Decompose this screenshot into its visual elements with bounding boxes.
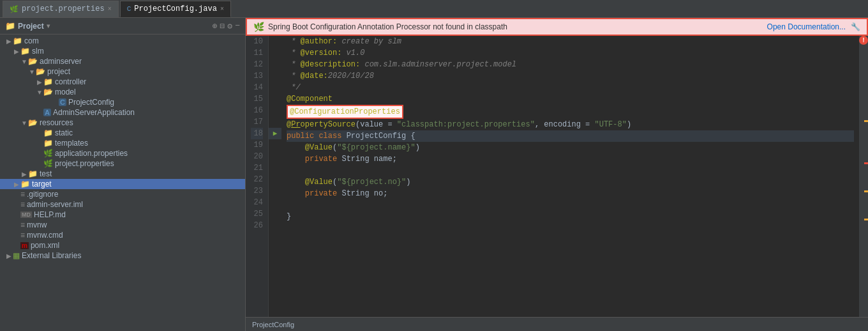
code-line-16: @ConfigurationProperties — [287, 105, 854, 119]
label-iml: admin-server.iml — [27, 200, 83, 209]
editor-area: 🌿 Spring Boot Configuration Annotation P… — [246, 18, 868, 331]
label-adminserver: adminserver — [40, 57, 82, 66]
tab-bar: 🌿 project.properties × C ProjectConfig.j… — [0, 0, 868, 18]
tree-item-slm[interactable]: ▶ 📁 slm — [0, 46, 245, 56]
code-line-15: @Component — [287, 93, 854, 105]
project-tree[interactable]: ▶ 📁 com ▶ 📁 slm ▼ 📂 adminserver ▼ 📂 pro — [0, 35, 245, 331]
tree-item-controller[interactable]: ▶ 📁 controller — [0, 77, 245, 87]
label-controller: controller — [55, 77, 86, 86]
sidebar-title: 📁 Project ▾ — [5, 21, 50, 31]
tree-item-pom[interactable]: m pom.xml — [0, 240, 245, 250]
folder-icon: 📁 — [43, 77, 53, 86]
tree-item-adminserver[interactable]: ▼ 📂 adminserver — [0, 56, 245, 66]
tab-java[interactable]: C ProjectConfig.java × — [120, 1, 231, 17]
iml-icon: ≡ — [20, 200, 25, 209]
tree-item-projectconfig[interactable]: C ProjectConfig — [0, 97, 245, 107]
code-line-10: * @author: create by slm — [287, 36, 854, 47]
tab-properties-close[interactable]: × — [108, 6, 112, 13]
error-indicator: ! — [859, 36, 868, 45]
mvn-icon: ≡ — [20, 220, 25, 229]
warning-right[interactable]: Open Documentation... 🔧 — [767, 22, 860, 31]
folder-icon: 📁 — [28, 169, 38, 178]
tree-item-application-properties[interactable]: 🌿 application.properties — [0, 148, 245, 158]
tree-item-target[interactable]: ▶ 📁 target — [0, 179, 245, 189]
tree-item-gitignore[interactable]: ≡ .gitignore — [0, 189, 245, 199]
tree-item-project-properties[interactable]: 🌿 project.properties — [0, 158, 245, 169]
tree-item-mvnw[interactable]: ≡ mvnw — [0, 220, 245, 230]
code-line-22: @Value("${project.no}") — [287, 176, 854, 188]
code-editor[interactable]: 10 11 12 13 14 15 16 17 18 19 20 21 22 2… — [246, 36, 868, 317]
label-slm: slm — [32, 47, 44, 56]
code-line-17: @PropertySource(value = "classpath:proje… — [287, 119, 854, 130]
warning-mark-2 — [864, 190, 868, 192]
folder-icon: 📂 — [43, 88, 53, 96]
label-help: HELP.md — [34, 210, 66, 219]
tree-item-static[interactable]: 📁 static — [0, 128, 245, 138]
sidebar-header: 📁 Project ▾ ⊕ ⊟ ⚙ − — [0, 18, 245, 35]
warning-icon: 🌿 — [253, 22, 264, 32]
java-a-icon: A — [43, 109, 51, 116]
java-icon: C — [127, 5, 131, 13]
tree-item-templates[interactable]: 📁 templates — [0, 138, 245, 148]
tree-item-external-libraries[interactable]: ▶ ▦ External Libraries — [0, 250, 245, 261]
warning-left: 🌿 Spring Boot Configuration Annotation P… — [253, 22, 507, 32]
warning-mark-3 — [864, 219, 868, 220]
scroll-gutter: ! — [859, 36, 868, 317]
run-gutter-icon[interactable]: ▶ — [269, 128, 281, 139]
label-pom: pom.xml — [31, 241, 59, 250]
tab-properties-label: project.properties — [22, 4, 105, 13]
code-line-25: } — [287, 211, 854, 222]
properties-icon: 🌿 — [10, 5, 19, 13]
label-com: com — [24, 36, 39, 45]
status-bar: ProjectConfig — [246, 317, 868, 331]
label-gitignore: .gitignore — [27, 190, 58, 199]
code-line-11: * @version: v1.0 — [287, 47, 854, 59]
code-line-20: private String name; — [287, 153, 854, 165]
tree-item-adminserverapplication[interactable]: A AdminServerApplication — [0, 107, 245, 118]
collapse-icon[interactable]: ⊟ — [220, 21, 225, 31]
dropdown-icon[interactable]: ▾ — [47, 22, 50, 29]
code-line-21 — [287, 165, 854, 176]
pom-icon: m — [20, 242, 29, 249]
folder-icon: 📂 — [28, 57, 38, 66]
code-line-26 — [287, 222, 854, 234]
tree-item-project[interactable]: ▼ 📂 project — [0, 66, 245, 77]
settings-icon[interactable]: ⚙ — [227, 21, 232, 31]
left-gutter: ▶ — [269, 36, 281, 317]
label-target: target — [32, 180, 52, 189]
arrow-project: ▼ — [28, 68, 36, 75]
code-line-14: */ — [287, 82, 854, 93]
open-docs-link[interactable]: Open Documentation... — [767, 22, 846, 31]
arrow-adminserver: ▼ — [20, 58, 28, 65]
code-content[interactable]: * @author: create by slm * @version: v1.… — [281, 36, 859, 317]
sidebar-title-text: Project — [18, 22, 44, 31]
label-adminapp: AdminServerApplication — [53, 108, 135, 117]
folder-icon: 📁 — [20, 47, 30, 56]
close-icon[interactable]: − — [235, 21, 240, 31]
error-mark-1 — [864, 162, 868, 164]
code-line-18: public class ProjectConfig { — [287, 130, 854, 142]
folder-icon: 📂 — [36, 67, 45, 76]
label-app-props: application.properties — [55, 149, 128, 158]
folder-icon: 📁 — [43, 139, 53, 148]
tree-item-com[interactable]: ▶ 📁 com — [0, 36, 245, 46]
add-icon[interactable]: ⊕ — [213, 21, 218, 31]
tree-item-test[interactable]: ▶ 📁 test — [0, 169, 245, 179]
code-line-12: * @description: com.slm.adminserver.proj… — [287, 59, 854, 70]
label-projectconfig: ProjectConfig — [68, 98, 114, 107]
tree-item-resources[interactable]: ▼ 📂 resources — [0, 118, 245, 128]
arrow-slm: ▶ — [13, 48, 20, 55]
tree-item-model[interactable]: ▼ 📂 model — [0, 87, 245, 97]
tree-item-iml[interactable]: ≡ admin-server.iml — [0, 199, 245, 210]
properties-icon: 🌿 — [43, 149, 53, 158]
project-icon: 📁 — [5, 21, 15, 31]
label-resources: resources — [40, 118, 73, 127]
tab-properties[interactable]: 🌿 project.properties × — [3, 1, 119, 17]
label-mvnw: mvnw — [27, 220, 47, 229]
tab-java-close[interactable]: × — [220, 6, 224, 13]
arrow-external: ▶ — [5, 252, 13, 259]
label-test: test — [40, 169, 52, 178]
tree-item-help[interactable]: MD HELP.md — [0, 210, 245, 220]
tree-item-mvnwcmd[interactable]: ≡ mvnw.cmd — [0, 230, 245, 240]
warning-settings-icon[interactable]: 🔧 — [851, 22, 860, 31]
